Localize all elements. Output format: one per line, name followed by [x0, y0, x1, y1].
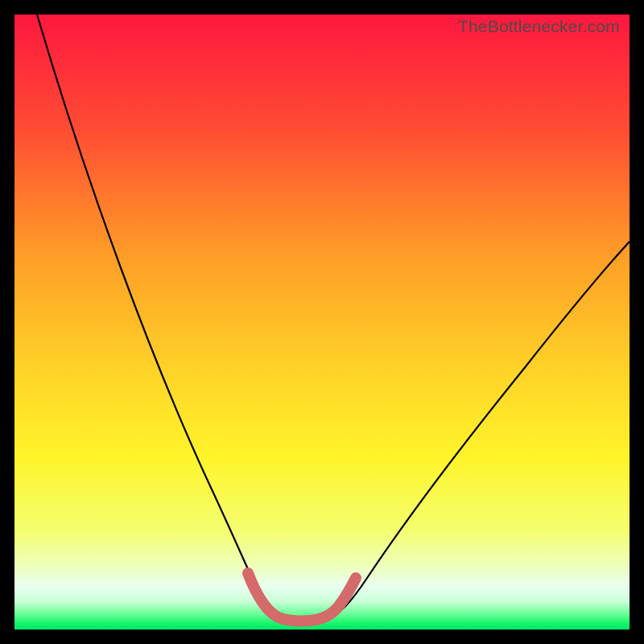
bottleneck-curve-right: [304, 242, 630, 619]
valley-highlight: [248, 573, 356, 621]
chart-frame: TheBottlenecker.com: [14, 14, 630, 630]
chart-canvas: [14, 14, 630, 630]
bottleneck-curve-left: [37, 14, 304, 619]
